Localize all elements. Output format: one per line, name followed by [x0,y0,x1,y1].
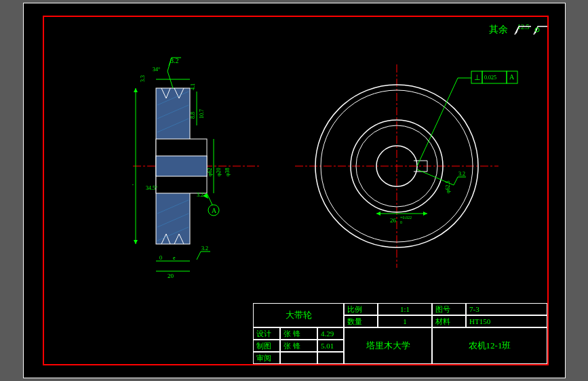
school: 塔里木大学 [344,327,432,364]
material-value: HT150 [466,315,547,327]
rest-label: 其余 [489,24,508,35]
dim-phi38: φ38 [224,167,231,176]
svg-rect-6 [156,156,207,176]
sf-32-front: 3.2 [458,171,465,177]
dim-phi100: φ100 [132,174,134,186]
drawing-no-value: 7-3 [466,303,547,315]
ratio-label: 比例 [344,303,378,315]
tol-sym: ⊥ [474,73,481,81]
tol-minus: 0 [400,220,402,224]
sf-bot: 3.2 [201,245,208,252]
svg-line-18 [207,193,212,205]
dim-0: 0 [159,255,162,261]
ratio-value: 1:1 [378,303,432,315]
global-roughness: 其余 12.5 [489,22,550,43]
tol-ref: A [509,73,515,81]
angle-34: 34° [153,66,160,73]
drawing-frame: 其余 12.5 φ93.2 φ100 [43,16,549,365]
dim-e: e [173,255,176,261]
drawing-no-label: 图号 [432,303,466,315]
design-date: 4.29 [317,327,344,340]
review-label: 审阅 [253,352,280,364]
part-name: 大带轮 [253,303,344,327]
qty-value: 1 [378,315,432,327]
front-view: ⊥ 0.025 A 3.2 φ62.5 26 +0.022 0 [295,58,532,295]
design-label: 设计 [253,327,280,340]
class: 农机12-1班 [432,327,547,364]
sf-32-mid: 3.2 [197,192,203,198]
svg-line-28 [417,78,458,166]
angle-345: 34.5° [146,185,157,191]
dim-88: 8.8 [190,112,196,119]
material-label: 材料 [432,315,466,327]
tol-val: 0.025 [484,75,496,81]
draft-date: 5.01 [317,340,344,352]
draft-label: 制图 [253,340,280,352]
review-date [317,352,344,364]
dim-41: 4.1 [190,83,196,90]
dim-phi62: φ62 [207,167,213,176]
datum-a: A [212,207,217,214]
review-name [280,352,317,364]
tol-plus: +0.022 [400,216,412,220]
dim-20b: 20 [168,273,174,279]
qty-label: 数量 [344,315,378,327]
section-view: φ93.2 φ100 3.3 4.1 3.2 34° [132,51,261,295]
dim-33: 3.3 [140,75,146,82]
phi-625: φ62.5 [445,180,451,193]
draft-name: 张 锋 [280,340,317,352]
design-name: 张 锋 [280,327,317,340]
dim-107: 10.7 [199,109,205,119]
cad-canvas: 其余 12.5 φ93.2 φ100 [23,3,566,378]
dim-26: 26 [390,217,397,224]
dim-phi20: φ20 [216,167,222,176]
